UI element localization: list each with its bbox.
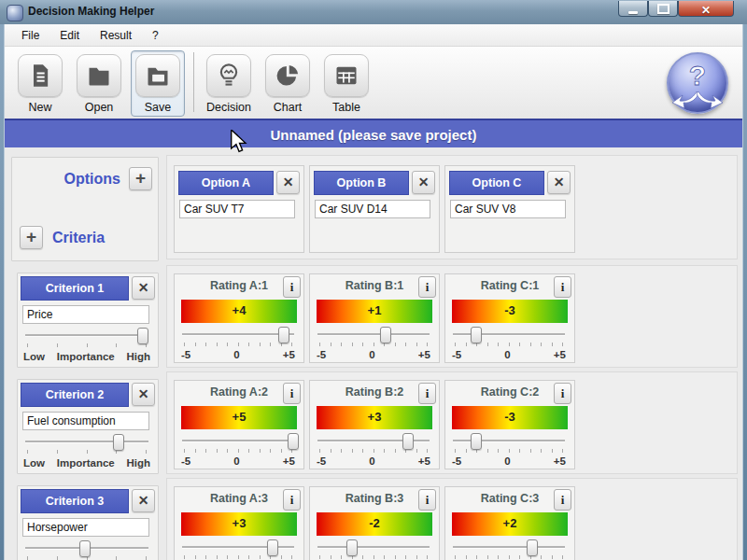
slider-ticks — [455, 449, 563, 454]
tick-mark — [541, 555, 542, 559]
menu-item-result[interactable]: Result — [90, 25, 142, 46]
rating-value: +2 — [452, 516, 568, 530]
tick-mark — [238, 343, 239, 346]
tick-mark — [184, 449, 185, 453]
slider-thumb[interactable] — [278, 327, 289, 343]
slider-ticks — [184, 343, 292, 347]
toolbar-button-chart[interactable]: Chart — [261, 50, 315, 117]
toolbar-button-open[interactable]: Open — [72, 50, 126, 117]
tick-mark — [476, 555, 477, 559]
tick-mark — [466, 555, 467, 559]
rating-slider[interactable] — [453, 433, 565, 448]
slider-thumb[interactable] — [471, 327, 482, 343]
delete-criterion-button[interactable]: ✕ — [132, 276, 155, 300]
toolbar-button-label: Open — [73, 101, 125, 114]
importance-slider[interactable] — [25, 328, 148, 343]
info-button[interactable]: i — [554, 276, 571, 298]
tick-mark — [27, 343, 28, 347]
importance-slider[interactable] — [25, 540, 148, 555]
delete-criterion-button[interactable]: ✕ — [132, 383, 155, 406]
rating-slider[interactable] — [182, 539, 294, 554]
slider-thumb[interactable] — [402, 433, 414, 450]
pie-chart-icon — [265, 54, 310, 97]
info-button[interactable]: i — [283, 383, 301, 404]
criterion-name-input[interactable] — [22, 305, 149, 324]
rating-slider[interactable] — [453, 327, 565, 342]
add-option-button[interactable]: + — [129, 167, 152, 190]
toolbar-separator — [193, 52, 194, 112]
tick-mark — [466, 343, 467, 346]
toolbar-button-decision[interactable]: Decision — [202, 50, 256, 117]
rating-header-row: Rating A:1i — [175, 274, 303, 297]
scale-max-label: +5 — [554, 455, 566, 467]
info-button[interactable]: i — [418, 276, 436, 298]
criterion-name-input[interactable] — [22, 412, 149, 430]
option-cell: Option C✕ — [444, 165, 575, 253]
help-logo-button[interactable]: ? — [667, 52, 728, 114]
option-header: Option C — [449, 171, 544, 195]
criterion-header: Criterion 3 — [21, 489, 129, 513]
maximize-button[interactable] — [648, 1, 678, 17]
tick-mark — [552, 449, 553, 453]
tick-mark — [374, 555, 374, 559]
delete-option-button[interactable]: ✕ — [412, 171, 435, 194]
info-button[interactable]: i — [418, 383, 436, 404]
slider-thumb[interactable] — [79, 540, 91, 557]
slider-thumb[interactable] — [267, 539, 278, 556]
info-button[interactable]: i — [554, 383, 571, 404]
title-bar[interactable]: Decision Making Helper ✕ — [0, 0, 747, 25]
rating-slider[interactable] — [453, 539, 565, 554]
option-name-input[interactable] — [315, 200, 430, 218]
option-name-input[interactable] — [450, 200, 566, 218]
slider-thumb[interactable] — [471, 433, 482, 450]
slider-thumb[interactable] — [346, 539, 358, 556]
close-button[interactable]: ✕ — [678, 1, 734, 17]
tick-mark — [405, 555, 406, 559]
close-icon: ✕ — [138, 493, 149, 508]
minimize-button[interactable] — [618, 1, 648, 17]
tick-mark — [455, 449, 456, 453]
menu-item-edit[interactable]: Edit — [49, 25, 90, 46]
importance-slider[interactable] — [25, 434, 148, 449]
toolbar-button-table[interactable]: Table — [319, 50, 374, 117]
rating-scale-labels: -50+5 — [452, 455, 566, 467]
scale-max-label: +5 — [283, 455, 295, 467]
info-button[interactable]: i — [554, 489, 571, 511]
importance-high-label: High — [126, 457, 150, 469]
rating-slider[interactable] — [317, 327, 430, 342]
delete-criterion-button[interactable]: ✕ — [132, 489, 155, 512]
rating-gradient-bar: +2 — [452, 512, 568, 536]
toolbar-button-new[interactable]: New — [13, 50, 67, 117]
importance-low-label: Low — [23, 457, 45, 469]
tick-mark — [341, 555, 342, 559]
option-name-input[interactable] — [179, 200, 295, 218]
rating-scale-labels: -50+5 — [317, 455, 430, 467]
add-criterion-button[interactable]: + — [20, 226, 43, 249]
tick-mark — [341, 343, 342, 346]
slider-thumb[interactable] — [137, 328, 148, 344]
rating-slider[interactable] — [182, 327, 294, 342]
slider-thumb[interactable] — [527, 539, 538, 556]
rating-slider[interactable] — [317, 433, 430, 448]
info-button[interactable]: i — [418, 489, 436, 511]
delete-option-button[interactable]: ✕ — [276, 171, 300, 194]
rating-slider[interactable] — [182, 433, 294, 448]
toolbar-button-save[interactable]: Save — [131, 50, 185, 117]
criterion-box: Criterion 3✕LowImportanceHigh — [17, 485, 159, 560]
tick-mark — [57, 343, 58, 347]
info-button[interactable]: i — [283, 276, 301, 298]
menu-item-file[interactable]: File — [11, 25, 49, 46]
tick-mark — [395, 555, 396, 559]
info-button[interactable]: i — [283, 489, 301, 511]
tick-mark — [427, 449, 428, 453]
criterion-name-input[interactable] — [22, 518, 149, 537]
slider-thumb[interactable] — [113, 434, 124, 451]
criterion-box: Criterion 1✕LowImportanceHigh — [17, 273, 159, 368]
rating-slider[interactable] — [317, 539, 430, 554]
delete-option-button[interactable]: ✕ — [547, 171, 571, 194]
scale-mid-label: 0 — [504, 455, 510, 467]
slider-thumb[interactable] — [380, 327, 391, 343]
tick-mark — [530, 343, 531, 346]
slider-thumb[interactable] — [288, 433, 299, 450]
menu-item-help[interactable]: ? — [142, 25, 169, 46]
